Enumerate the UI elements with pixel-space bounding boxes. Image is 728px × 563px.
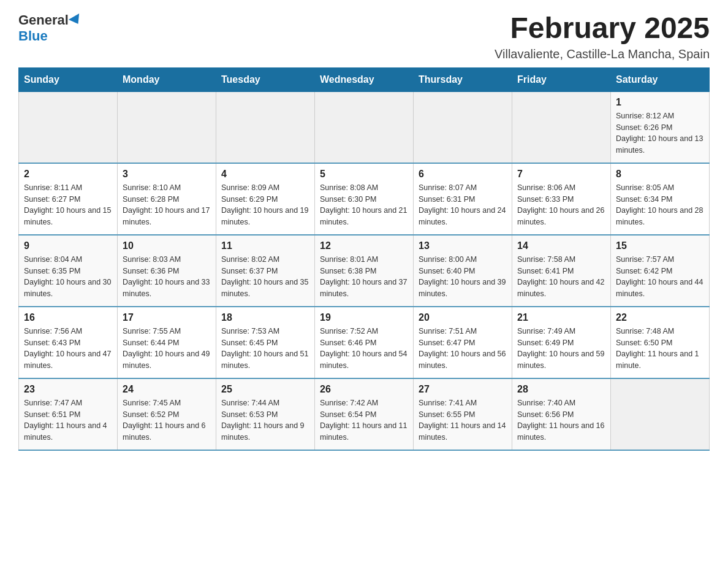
calendar-table: SundayMondayTuesdayWednesdayThursdayFrid…: [18, 67, 710, 451]
day-number: 28: [517, 384, 605, 395]
day-info: Sunrise: 7:53 AM Sunset: 6:45 PM Dayligh…: [221, 326, 309, 372]
calendar-week-row: 1Sunrise: 8:12 AM Sunset: 6:26 PM Daylig…: [19, 91, 710, 163]
calendar-week-row: 16Sunrise: 7:56 AM Sunset: 6:43 PM Dayli…: [19, 307, 710, 378]
calendar-header-wednesday: Wednesday: [315, 67, 414, 91]
day-number: 10: [123, 240, 211, 251]
day-info: Sunrise: 8:00 AM Sunset: 6:40 PM Dayligh…: [419, 254, 507, 300]
day-info: Sunrise: 8:06 AM Sunset: 6:33 PM Dayligh…: [517, 182, 605, 228]
day-number: 1: [616, 97, 704, 108]
logo-triangle-icon: [69, 13, 83, 27]
calendar-cell: 6Sunrise: 8:07 AM Sunset: 6:31 PM Daylig…: [414, 163, 512, 235]
day-info: Sunrise: 8:08 AM Sunset: 6:30 PM Dayligh…: [320, 182, 408, 228]
day-number: 4: [221, 169, 309, 180]
day-info: Sunrise: 8:07 AM Sunset: 6:31 PM Dayligh…: [419, 182, 507, 228]
calendar-cell: [512, 91, 611, 163]
calendar-cell: 17Sunrise: 7:55 AM Sunset: 6:44 PM Dayli…: [118, 307, 216, 378]
day-info: Sunrise: 8:03 AM Sunset: 6:36 PM Dayligh…: [123, 254, 211, 300]
calendar-cell: [414, 91, 512, 163]
calendar-cell: 26Sunrise: 7:42 AM Sunset: 6:54 PM Dayli…: [315, 378, 414, 450]
day-number: 18: [221, 312, 309, 323]
day-number: 23: [24, 384, 112, 395]
day-info: Sunrise: 7:56 AM Sunset: 6:43 PM Dayligh…: [24, 326, 112, 372]
calendar-cell: 3Sunrise: 8:10 AM Sunset: 6:28 PM Daylig…: [118, 163, 216, 235]
day-number: 2: [24, 169, 112, 180]
calendar-week-row: 9Sunrise: 8:04 AM Sunset: 6:35 PM Daylig…: [19, 235, 710, 307]
day-info: Sunrise: 7:47 AM Sunset: 6:51 PM Dayligh…: [24, 397, 112, 443]
calendar-cell: 16Sunrise: 7:56 AM Sunset: 6:43 PM Dayli…: [19, 307, 118, 378]
day-info: Sunrise: 7:58 AM Sunset: 6:41 PM Dayligh…: [517, 254, 605, 300]
day-info: Sunrise: 8:02 AM Sunset: 6:37 PM Dayligh…: [221, 254, 309, 300]
day-number: 12: [320, 240, 408, 251]
day-number: 14: [517, 240, 605, 251]
calendar-cell: 5Sunrise: 8:08 AM Sunset: 6:30 PM Daylig…: [315, 163, 414, 235]
calendar-cell: 18Sunrise: 7:53 AM Sunset: 6:45 PM Dayli…: [216, 307, 315, 378]
calendar-cell: 4Sunrise: 8:09 AM Sunset: 6:29 PM Daylig…: [216, 163, 315, 235]
logo-blue-text: Blue: [18, 28, 48, 44]
day-info: Sunrise: 7:52 AM Sunset: 6:46 PM Dayligh…: [320, 326, 408, 372]
day-number: 17: [123, 312, 211, 323]
day-number: 13: [419, 240, 507, 251]
calendar-cell: 27Sunrise: 7:41 AM Sunset: 6:55 PM Dayli…: [414, 378, 512, 450]
calendar-week-row: 23Sunrise: 7:47 AM Sunset: 6:51 PM Dayli…: [19, 378, 710, 450]
calendar-cell: [315, 91, 414, 163]
calendar-cell: [19, 91, 118, 163]
calendar-cell: 14Sunrise: 7:58 AM Sunset: 6:41 PM Dayli…: [512, 235, 611, 307]
location-text: Villavaliente, Castille-La Mancha, Spain: [495, 47, 710, 61]
day-info: Sunrise: 7:49 AM Sunset: 6:49 PM Dayligh…: [517, 326, 605, 372]
day-info: Sunrise: 7:45 AM Sunset: 6:52 PM Dayligh…: [123, 397, 211, 443]
month-title: February 2025: [495, 12, 710, 45]
logo: General Blue: [18, 12, 82, 44]
day-number: 24: [123, 384, 211, 395]
calendar-cell: 25Sunrise: 7:44 AM Sunset: 6:53 PM Dayli…: [216, 378, 315, 450]
day-number: 26: [320, 384, 408, 395]
calendar-cell: 12Sunrise: 8:01 AM Sunset: 6:38 PM Dayli…: [315, 235, 414, 307]
day-number: 6: [419, 169, 507, 180]
calendar-cell: 22Sunrise: 7:48 AM Sunset: 6:50 PM Dayli…: [611, 307, 710, 378]
day-number: 15: [616, 240, 704, 251]
day-info: Sunrise: 7:55 AM Sunset: 6:44 PM Dayligh…: [123, 326, 211, 372]
calendar-header-row: SundayMondayTuesdayWednesdayThursdayFrid…: [19, 67, 710, 91]
day-info: Sunrise: 7:51 AM Sunset: 6:47 PM Dayligh…: [419, 326, 507, 372]
calendar-cell: 23Sunrise: 7:47 AM Sunset: 6:51 PM Dayli…: [19, 378, 118, 450]
day-number: 25: [221, 384, 309, 395]
calendar-cell: 9Sunrise: 8:04 AM Sunset: 6:35 PM Daylig…: [19, 235, 118, 307]
day-info: Sunrise: 7:44 AM Sunset: 6:53 PM Dayligh…: [221, 397, 309, 443]
calendar-cell: 24Sunrise: 7:45 AM Sunset: 6:52 PM Dayli…: [118, 378, 216, 450]
day-number: 9: [24, 240, 112, 251]
day-number: 21: [517, 312, 605, 323]
day-number: 7: [517, 169, 605, 180]
calendar-cell: [118, 91, 216, 163]
calendar-cell: 15Sunrise: 7:57 AM Sunset: 6:42 PM Dayli…: [611, 235, 710, 307]
calendar-cell: 11Sunrise: 8:02 AM Sunset: 6:37 PM Dayli…: [216, 235, 315, 307]
day-info: Sunrise: 7:48 AM Sunset: 6:50 PM Dayligh…: [616, 326, 704, 372]
calendar-cell: 7Sunrise: 8:06 AM Sunset: 6:33 PM Daylig…: [512, 163, 611, 235]
calendar-cell: 13Sunrise: 8:00 AM Sunset: 6:40 PM Dayli…: [414, 235, 512, 307]
calendar-header-monday: Monday: [118, 67, 216, 91]
calendar-week-row: 2Sunrise: 8:11 AM Sunset: 6:27 PM Daylig…: [19, 163, 710, 235]
calendar-cell: 20Sunrise: 7:51 AM Sunset: 6:47 PM Dayli…: [414, 307, 512, 378]
calendar-cell: 28Sunrise: 7:40 AM Sunset: 6:56 PM Dayli…: [512, 378, 611, 450]
day-info: Sunrise: 8:04 AM Sunset: 6:35 PM Dayligh…: [24, 254, 112, 300]
calendar-cell: [216, 91, 315, 163]
calendar-cell: 8Sunrise: 8:05 AM Sunset: 6:34 PM Daylig…: [611, 163, 710, 235]
calendar-cell: 1Sunrise: 8:12 AM Sunset: 6:26 PM Daylig…: [611, 91, 710, 163]
day-number: 8: [616, 169, 704, 180]
day-number: 19: [320, 312, 408, 323]
day-number: 16: [24, 312, 112, 323]
calendar-header-thursday: Thursday: [414, 67, 512, 91]
day-info: Sunrise: 7:40 AM Sunset: 6:56 PM Dayligh…: [517, 397, 605, 443]
calendar-cell: 2Sunrise: 8:11 AM Sunset: 6:27 PM Daylig…: [19, 163, 118, 235]
day-info: Sunrise: 7:41 AM Sunset: 6:55 PM Dayligh…: [419, 397, 507, 443]
calendar-header-tuesday: Tuesday: [216, 67, 315, 91]
day-number: 3: [123, 169, 211, 180]
calendar-header-sunday: Sunday: [19, 67, 118, 91]
day-number: 20: [419, 312, 507, 323]
day-info: Sunrise: 8:01 AM Sunset: 6:38 PM Dayligh…: [320, 254, 408, 300]
calendar-cell: 19Sunrise: 7:52 AM Sunset: 6:46 PM Dayli…: [315, 307, 414, 378]
calendar-cell: [611, 378, 710, 450]
day-info: Sunrise: 7:57 AM Sunset: 6:42 PM Dayligh…: [616, 254, 704, 300]
day-info: Sunrise: 7:42 AM Sunset: 6:54 PM Dayligh…: [320, 397, 408, 443]
calendar-header-friday: Friday: [512, 67, 611, 91]
title-block: February 2025 Villavaliente, Castille-La…: [495, 12, 710, 61]
logo-general-text: General: [18, 12, 69, 28]
